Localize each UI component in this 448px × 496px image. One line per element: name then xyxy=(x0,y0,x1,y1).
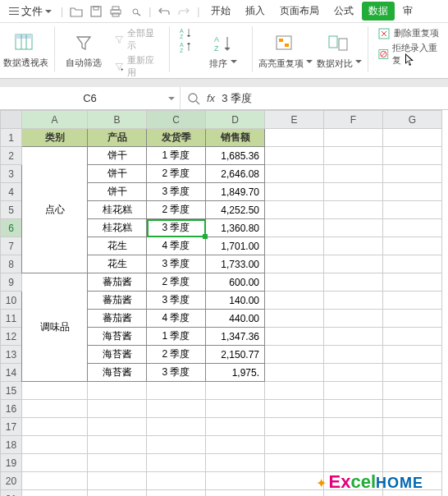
cell[interactable] xyxy=(324,328,383,346)
cell[interactable] xyxy=(22,418,88,436)
cell[interactable]: 销售额 xyxy=(206,129,265,147)
cell[interactable] xyxy=(22,436,88,454)
column-header[interactable]: B xyxy=(88,111,147,129)
cell[interactable] xyxy=(383,273,442,292)
cell[interactable] xyxy=(324,273,383,292)
cell[interactable]: 蕃茄酱 xyxy=(88,310,147,328)
cell[interactable]: 桂花糕 xyxy=(88,219,147,237)
pivot-table-button[interactable]: 数据透视表 xyxy=(5,26,46,75)
cell[interactable] xyxy=(147,490,206,497)
cell[interactable]: 产品 xyxy=(88,129,147,147)
row-header[interactable]: 10 xyxy=(1,292,22,310)
cell[interactable] xyxy=(324,165,383,183)
cell[interactable] xyxy=(147,418,206,436)
cell[interactable] xyxy=(265,201,324,219)
cell[interactable] xyxy=(324,255,383,273)
search-icon[interactable] xyxy=(187,92,200,105)
cell[interactable] xyxy=(324,382,383,400)
cell[interactable] xyxy=(265,129,324,147)
ribbon-tab[interactable]: 审 xyxy=(396,2,419,21)
cell[interactable]: 1 季度 xyxy=(147,328,206,346)
cell[interactable] xyxy=(265,490,324,497)
cell[interactable] xyxy=(324,183,383,201)
ribbon-tab[interactable]: 公式 xyxy=(327,2,360,21)
cell[interactable]: 4 季度 xyxy=(147,310,206,328)
cell[interactable] xyxy=(206,454,265,472)
name-box[interactable]: C6 xyxy=(0,87,181,109)
cell[interactable] xyxy=(324,364,383,382)
sort-desc-button[interactable]: AZ xyxy=(178,40,194,53)
cell[interactable]: 440.00 xyxy=(206,310,265,328)
cell[interactable] xyxy=(265,165,324,183)
cell[interactable]: 4 季度 xyxy=(147,237,206,255)
cell[interactable] xyxy=(324,147,383,165)
cell[interactable] xyxy=(383,490,442,497)
open-folder-icon[interactable] xyxy=(68,3,85,20)
cell[interactable]: 4,252.50 xyxy=(206,201,265,219)
preview-icon[interactable] xyxy=(127,3,144,20)
cell[interactable]: 1,701.00 xyxy=(206,237,265,255)
cell[interactable]: 蕃茄酱 xyxy=(88,273,147,292)
row-header[interactable]: 21 xyxy=(1,490,22,497)
cell[interactable]: 1,347.36 xyxy=(206,328,265,346)
cell[interactable]: 海苔酱 xyxy=(88,328,147,346)
row-header[interactable]: 20 xyxy=(1,472,22,490)
cell[interactable] xyxy=(22,472,88,490)
ribbon-tab[interactable]: 插入 xyxy=(239,2,272,21)
column-header[interactable]: E xyxy=(265,111,324,129)
row-header[interactable]: 14 xyxy=(1,364,22,382)
cell[interactable] xyxy=(206,436,265,454)
cell[interactable] xyxy=(88,454,147,472)
cell[interactable]: 1,685.36 xyxy=(206,147,265,165)
cell[interactable]: 3 季度 xyxy=(147,219,206,237)
cell[interactable] xyxy=(22,400,88,418)
sort-asc-button[interactable]: AZ xyxy=(178,26,194,39)
cell[interactable] xyxy=(324,201,383,219)
cell[interactable]: 3 季度 xyxy=(147,183,206,201)
show-all-button[interactable]: 全部显示 xyxy=(112,26,161,53)
row-header[interactable]: 19 xyxy=(1,454,22,472)
reject-dup-button[interactable]: 拒绝录入重复 xyxy=(377,41,443,67)
cell[interactable]: 类别 xyxy=(22,129,88,147)
cell[interactable] xyxy=(265,273,324,292)
cell[interactable] xyxy=(265,237,324,255)
formula-value[interactable]: 3 季度 xyxy=(222,91,252,106)
column-header[interactable]: G xyxy=(383,111,442,129)
cell[interactable] xyxy=(22,490,88,497)
cell[interactable]: 海苔酱 xyxy=(88,364,147,382)
cell[interactable] xyxy=(383,201,442,219)
cell[interactable]: 2,646.08 xyxy=(206,165,265,183)
cell[interactable] xyxy=(88,400,147,418)
remove-dup-button[interactable]: 删除重复项 xyxy=(377,26,443,40)
row-header[interactable]: 6 xyxy=(1,219,22,237)
cell[interactable]: 3 季度 xyxy=(147,364,206,382)
row-header[interactable]: 3 xyxy=(1,165,22,183)
cell[interactable]: 调味品 xyxy=(22,273,88,382)
cell[interactable] xyxy=(383,147,442,165)
cell[interactable] xyxy=(265,418,324,436)
cell[interactable] xyxy=(383,418,442,436)
cell[interactable]: 饼干 xyxy=(88,183,147,201)
fx-label[interactable]: fx xyxy=(207,92,215,104)
row-header[interactable]: 17 xyxy=(1,418,22,436)
cell[interactable] xyxy=(383,454,442,472)
cell[interactable]: 桂花糕 xyxy=(88,201,147,219)
sort-button[interactable]: AZ 排序 xyxy=(203,26,244,75)
cell[interactable] xyxy=(206,382,265,400)
cell[interactable] xyxy=(147,436,206,454)
cell[interactable] xyxy=(147,454,206,472)
cell[interactable] xyxy=(383,165,442,183)
cell[interactable] xyxy=(324,219,383,237)
row-header[interactable]: 9 xyxy=(1,273,22,292)
column-header[interactable]: A xyxy=(22,111,88,129)
ribbon-tab[interactable]: 页面布局 xyxy=(273,2,326,21)
cell[interactable]: 花生 xyxy=(88,237,147,255)
cell[interactable] xyxy=(383,255,442,273)
cell[interactable] xyxy=(324,310,383,328)
cell[interactable] xyxy=(324,472,383,490)
cell[interactable] xyxy=(265,346,324,364)
cell[interactable] xyxy=(265,328,324,346)
row-header[interactable]: 18 xyxy=(1,436,22,454)
cell[interactable]: 600.00 xyxy=(206,273,265,292)
reapply-button[interactable]: 重新应用 xyxy=(112,53,161,80)
